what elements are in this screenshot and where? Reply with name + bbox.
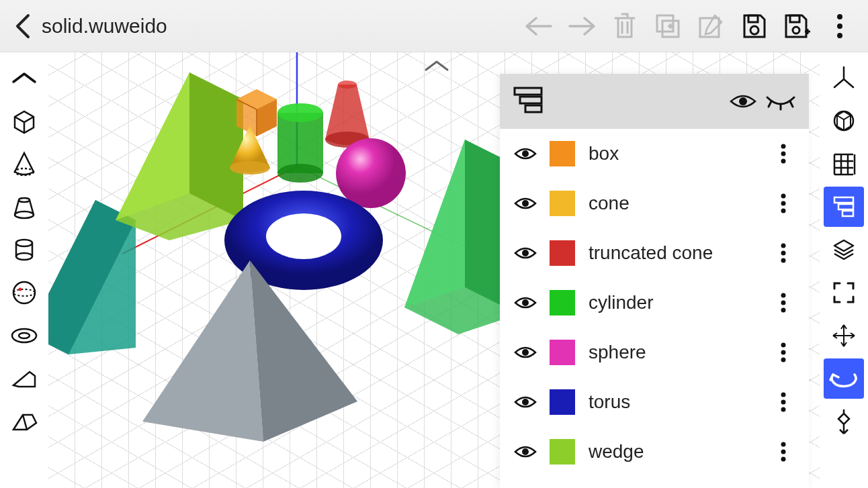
color-swatch[interactable] bbox=[550, 439, 575, 465]
svg-point-79 bbox=[781, 358, 786, 362]
svg-point-14 bbox=[16, 253, 32, 260]
visibility-toggle[interactable] bbox=[512, 438, 539, 465]
svg-point-66 bbox=[781, 201, 786, 206]
color-swatch[interactable] bbox=[550, 389, 575, 415]
svg-point-15 bbox=[13, 282, 35, 303]
visibility-toggle[interactable] bbox=[512, 140, 539, 167]
svg-point-8 bbox=[837, 23, 842, 29]
svg-point-86 bbox=[781, 450, 786, 454]
shape-cone-yellow[interactable] bbox=[223, 119, 277, 180]
view-fullscreen-button[interactable] bbox=[824, 273, 864, 313]
view-grid-button[interactable] bbox=[824, 144, 864, 184]
svg-point-11 bbox=[19, 198, 30, 202]
svg-point-61 bbox=[781, 144, 786, 149]
tool-box[interactable] bbox=[4, 101, 44, 141]
hide-all-button[interactable] bbox=[765, 85, 797, 117]
svg-rect-23 bbox=[842, 211, 853, 216]
layers-header-icon bbox=[512, 85, 544, 117]
tool-cone[interactable] bbox=[4, 144, 44, 184]
delete-button[interactable] bbox=[603, 5, 646, 48]
svg-point-83 bbox=[781, 407, 786, 412]
layer-label: cone bbox=[589, 193, 770, 214]
tool-prism[interactable] bbox=[4, 401, 44, 442]
svg-point-65 bbox=[781, 194, 786, 199]
visibility-toggle[interactable] bbox=[512, 289, 539, 316]
layer-item[interactable]: sphere bbox=[500, 328, 809, 377]
svg-point-81 bbox=[781, 393, 786, 397]
svg-line-57 bbox=[769, 101, 771, 107]
duplicate-button[interactable] bbox=[646, 5, 689, 48]
nav-back-button[interactable] bbox=[517, 5, 560, 48]
tool-wedge[interactable] bbox=[4, 358, 44, 399]
layer-item[interactable]: cylinder bbox=[500, 278, 809, 328]
layer-more-button[interactable] bbox=[770, 389, 797, 416]
save-as-button[interactable] bbox=[775, 5, 818, 48]
svg-rect-55 bbox=[525, 105, 541, 112]
layer-label: torus bbox=[589, 391, 770, 413]
svg-point-44 bbox=[230, 161, 270, 175]
svg-point-13 bbox=[16, 240, 32, 246]
svg-point-19 bbox=[19, 333, 30, 338]
tool-sphere[interactable] bbox=[4, 273, 44, 313]
svg-rect-54 bbox=[520, 97, 541, 103]
svg-point-71 bbox=[781, 258, 786, 263]
layer-label: sphere bbox=[589, 342, 770, 363]
color-swatch[interactable] bbox=[550, 340, 575, 365]
layer-more-button[interactable] bbox=[770, 190, 797, 217]
layer-more-button[interactable] bbox=[770, 339, 797, 366]
layer-item[interactable]: cone bbox=[500, 179, 809, 228]
layer-panel: boxconetruncated conecylinderspheretorus… bbox=[500, 74, 809, 488]
color-swatch[interactable] bbox=[550, 290, 575, 315]
collapse-panel-button[interactable] bbox=[423, 58, 450, 74]
visibility-toggle[interactable] bbox=[512, 389, 539, 416]
transform-rotate-button[interactable] bbox=[824, 358, 864, 399]
view-layers-button[interactable] bbox=[824, 187, 864, 227]
layer-item[interactable]: torus bbox=[500, 377, 809, 427]
tool-torus[interactable] bbox=[4, 315, 44, 356]
save-button[interactable] bbox=[732, 5, 775, 48]
svg-point-7 bbox=[837, 14, 842, 19]
transform-scale-button[interactable] bbox=[824, 401, 864, 442]
layer-item[interactable]: box bbox=[500, 129, 809, 179]
layer-more-button[interactable] bbox=[770, 438, 797, 465]
svg-rect-3 bbox=[748, 15, 758, 22]
tool-cylinder[interactable] bbox=[4, 230, 44, 270]
shape-pyramid-grey[interactable] bbox=[129, 247, 371, 448]
svg-point-16 bbox=[13, 289, 35, 296]
visibility-toggle[interactable] bbox=[512, 190, 539, 217]
layer-more-button[interactable] bbox=[770, 289, 797, 316]
layer-label: cylinder bbox=[589, 292, 770, 313]
color-swatch[interactable] bbox=[550, 141, 575, 166]
view-axis-button[interactable] bbox=[824, 58, 864, 98]
svg-point-82 bbox=[781, 400, 786, 405]
svg-point-64 bbox=[522, 200, 529, 207]
svg-rect-53 bbox=[515, 88, 541, 95]
layer-item[interactable]: truncated cone bbox=[500, 228, 809, 278]
view-perspective-button[interactable] bbox=[824, 101, 864, 141]
scroll-up-button[interactable] bbox=[4, 58, 44, 98]
svg-point-72 bbox=[522, 299, 529, 306]
svg-point-63 bbox=[781, 159, 786, 164]
layer-item[interactable]: wedge bbox=[500, 427, 809, 477]
transform-move-button[interactable] bbox=[824, 315, 864, 356]
view-stack-button[interactable] bbox=[824, 230, 864, 270]
svg-point-77 bbox=[781, 343, 786, 348]
menu-more-button[interactable] bbox=[818, 5, 861, 48]
show-all-button[interactable] bbox=[727, 85, 759, 117]
layer-more-button[interactable] bbox=[770, 240, 797, 266]
back-button[interactable] bbox=[7, 10, 39, 42]
visibility-toggle[interactable] bbox=[512, 240, 539, 266]
layer-label: wedge bbox=[589, 441, 770, 462]
nav-forward-button[interactable] bbox=[560, 5, 603, 48]
svg-point-18 bbox=[12, 329, 36, 342]
edit-button[interactable] bbox=[689, 5, 732, 48]
color-swatch[interactable] bbox=[550, 191, 575, 216]
tool-truncated-cone[interactable] bbox=[4, 187, 44, 227]
svg-point-60 bbox=[522, 150, 529, 157]
layer-more-button[interactable] bbox=[770, 140, 797, 167]
svg-point-69 bbox=[781, 244, 786, 248]
color-swatch[interactable] bbox=[550, 240, 575, 266]
visibility-toggle[interactable] bbox=[512, 339, 539, 366]
svg-point-85 bbox=[781, 442, 786, 447]
layer-label: box bbox=[589, 143, 770, 164]
